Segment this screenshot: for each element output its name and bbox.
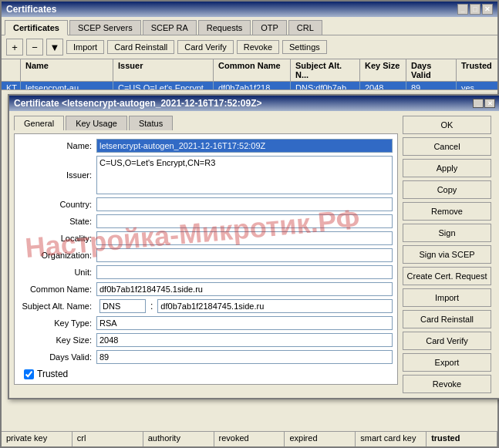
keytype-input[interactable]: [96, 316, 393, 330]
cert-minimize-btn[interactable]: _: [473, 99, 484, 108]
col-header-trusted: Trusted: [457, 59, 497, 81]
inner-tab-general[interactable]: General: [14, 116, 64, 130]
table-header: Name Issuer Common Name Subject Alt. N..…: [2, 59, 497, 82]
cert-dialog: Certificate <letsencrypt-autogen_2021-12…: [8, 94, 499, 399]
export-button[interactable]: Export: [403, 353, 491, 372]
unit-row: Unit:: [19, 265, 393, 279]
card-verify-button[interactable]: Card Verify: [177, 40, 233, 54]
daysvalid-row: Days Valid:: [19, 350, 393, 364]
inner-tab-keyusage[interactable]: Key Usage: [66, 116, 127, 130]
name-row: Name:: [19, 139, 393, 153]
col-header-name: Name: [21, 59, 113, 81]
main-toolbar: + − ▼ Import Card Reinstall Card Verify …: [2, 35, 497, 59]
filter-button[interactable]: ▼: [46, 39, 63, 56]
status-revoked: revoked: [214, 432, 285, 446]
tab-scep-servers[interactable]: SCEP Servers: [69, 20, 141, 35]
col-header-daysvalid: Days Valid: [406, 59, 457, 81]
create-cert-request-button[interactable]: Create Cert. Request: [403, 267, 491, 285]
main-tab-bar: Certificates SCEP Servers SCEP RA Reques…: [2, 17, 497, 35]
unit-input[interactable]: [96, 265, 393, 279]
issuer-label: Issuer:: [19, 170, 96, 180]
cert-right-panel: OK Cancel Apply Copy Remove Sign Sign vi…: [403, 116, 495, 393]
settings-button[interactable]: Settings: [282, 40, 327, 54]
status-expired: expired: [285, 432, 356, 446]
tab-scep-ra[interactable]: SCEP RA: [143, 20, 197, 35]
add-button[interactable]: +: [6, 39, 23, 56]
minimize-btn[interactable]: _: [457, 4, 468, 15]
country-row: Country:: [19, 197, 393, 211]
keysize-row: Key Size:: [19, 333, 393, 347]
cn-label: Common Name:: [19, 285, 96, 294]
revoke-dialog-button[interactable]: Revoke: [403, 375, 491, 393]
san-row: Subject Alt. Name: :: [19, 299, 393, 313]
sign-via-scep-button[interactable]: Sign via SCEP: [403, 245, 491, 264]
main-window-title: Certificates: [6, 4, 56, 15]
revoke-button[interactable]: Revoke: [237, 40, 279, 54]
tab-requests[interactable]: Requests: [198, 20, 251, 35]
row-san: DNS:df0b7ab...: [291, 82, 360, 90]
remove-button[interactable]: −: [26, 39, 43, 56]
sign-button[interactable]: Sign: [403, 224, 491, 242]
cert-close-btn[interactable]: ✕: [484, 99, 495, 108]
unit-label: Unit:: [19, 268, 96, 277]
name-label: Name:: [19, 141, 96, 150]
col-header-cn: Common Name: [214, 59, 291, 81]
col-header-san: Subject Alt. N...: [291, 59, 360, 81]
row-trusted: yes: [457, 82, 497, 90]
name-input[interactable]: [96, 139, 393, 153]
row-cn: df0b7ab1f218...: [214, 82, 291, 90]
tab-otp[interactable]: OTP: [252, 20, 287, 35]
card-verify-dialog-button[interactable]: Card Verify: [403, 332, 491, 350]
locality-input[interactable]: [96, 231, 393, 245]
apply-button[interactable]: Apply: [403, 159, 491, 177]
cancel-button[interactable]: Cancel: [403, 137, 491, 156]
cert-dialog-controls: _ ✕: [473, 99, 495, 108]
issuer-textarea[interactable]: C=US,O=Let's Encrypt,CN=R3: [96, 156, 393, 194]
country-input[interactable]: [96, 197, 393, 211]
keysize-input[interactable]: [96, 333, 393, 347]
import-button[interactable]: Import: [66, 40, 104, 54]
trusted-label[interactable]: Trusted: [37, 369, 68, 379]
row-col1: KT: [2, 82, 21, 90]
tab-certificates[interactable]: Certificates: [5, 20, 68, 35]
issuer-row: Issuer: C=US,O=Let's Encrypt,CN=R3: [19, 156, 393, 194]
san-separator: :: [149, 301, 154, 312]
inner-tab-status[interactable]: Status: [129, 116, 173, 130]
state-row: State:: [19, 214, 393, 228]
main-window: Certificates _ □ ✕ Certificates SCEP Ser…: [0, 0, 499, 448]
status-bar: private key crl authority revoked expire…: [2, 431, 497, 446]
san-value-input[interactable]: [157, 299, 393, 313]
status-private-key: private key: [2, 432, 72, 446]
ok-button[interactable]: OK: [403, 116, 491, 134]
organization-input[interactable]: [96, 248, 393, 262]
card-reinstall-dialog-button[interactable]: Card Reinstall: [403, 310, 491, 328]
col-header-1: [2, 59, 21, 81]
daysvalid-input[interactable]: [96, 350, 393, 364]
card-reinstall-button[interactable]: Card Reinstall: [107, 40, 174, 54]
san-label: Subject Alt. Name:: [19, 301, 96, 311]
remove-dialog-button[interactable]: Remove: [403, 202, 491, 221]
copy-button[interactable]: Copy: [403, 180, 491, 199]
row-name: letsencrypt-au...: [21, 82, 113, 90]
state-label: State:: [19, 217, 96, 226]
keytype-row: Key Type:: [19, 316, 393, 330]
organization-label: Organization:: [19, 251, 96, 260]
state-input[interactable]: [96, 214, 393, 228]
maximize-btn[interactable]: □: [470, 4, 480, 15]
cn-input[interactable]: [96, 282, 393, 296]
row-keysize: 2048: [360, 82, 406, 90]
cert-left-panel: General Key Usage Status Name: Issuer: C…: [14, 116, 398, 393]
table-row[interactable]: KT letsencrypt-au... C=US,O=Let's Encryp…: [2, 82, 497, 90]
cert-dialog-body: General Key Usage Status Name: Issuer: C…: [9, 111, 499, 398]
san-type-input[interactable]: [99, 299, 146, 313]
locality-row: Locality:: [19, 231, 393, 245]
country-label: Country:: [19, 200, 96, 209]
tab-crl[interactable]: CRL: [288, 20, 322, 35]
keytype-label: Key Type:: [19, 318, 96, 328]
cn-row: Common Name:: [19, 282, 393, 296]
trusted-checkbox[interactable]: [24, 369, 34, 379]
close-btn[interactable]: ✕: [482, 4, 493, 15]
row-daysvalid: 89: [406, 82, 457, 90]
status-crl: crl: [72, 432, 143, 446]
import-dialog-button[interactable]: Import: [403, 288, 491, 307]
